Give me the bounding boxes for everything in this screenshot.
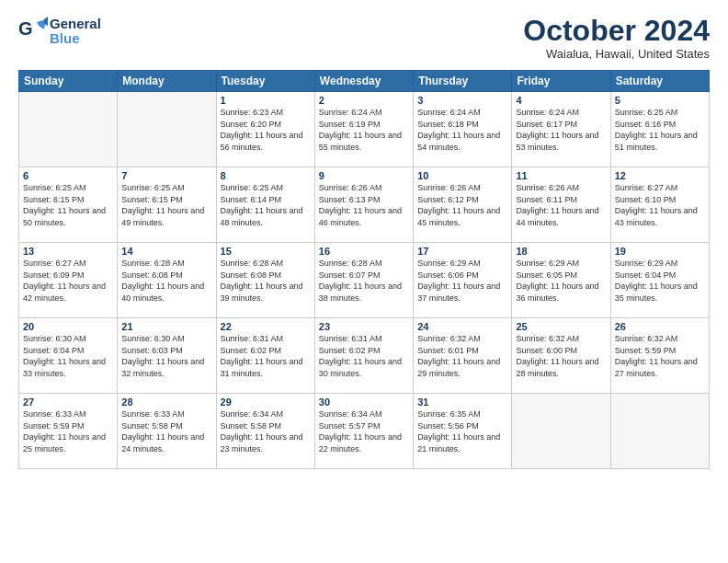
sunrise-label: Sunrise: 6:25 AM (615, 108, 678, 117)
calendar-cell (118, 92, 216, 167)
day-info: Sunrise: 6:29 AMSunset: 6:04 PMDaylight:… (615, 258, 705, 304)
day-info: Sunrise: 6:33 AMSunset: 5:58 PMDaylight:… (121, 408, 211, 454)
sunrise-label: Sunrise: 6:30 AM (121, 334, 185, 343)
calendar-table: Sunday Monday Tuesday Wednesday Thursday… (18, 70, 710, 469)
day-number: 21 (121, 321, 211, 332)
sunrise-label: Sunrise: 6:26 AM (319, 183, 382, 192)
calendar-cell: 25Sunrise: 6:32 AMSunset: 6:00 PMDayligh… (512, 318, 610, 394)
day-info: Sunrise: 6:30 AMSunset: 6:03 PMDaylight:… (121, 333, 211, 379)
day-number: 11 (516, 170, 606, 181)
daylight-label: Daylight: 11 hours and 28 minutes. (516, 357, 598, 378)
daylight-label: Daylight: 11 hours and 37 minutes. (417, 282, 500, 303)
sunrise-label: Sunrise: 6:26 AM (516, 183, 579, 192)
daylight-label: Daylight: 11 hours and 42 minutes. (23, 282, 106, 303)
calendar-week-2: 6Sunrise: 6:25 AMSunset: 6:15 PMDaylight… (19, 167, 710, 243)
day-info: Sunrise: 6:28 AMSunset: 6:08 PMDaylight:… (121, 258, 211, 304)
sunset-label: Sunset: 5:58 PM (221, 421, 282, 431)
daylight-label: Daylight: 11 hours and 31 minutes. (221, 357, 303, 378)
calendar-cell: 7Sunrise: 6:25 AMSunset: 6:15 PMDaylight… (118, 167, 216, 243)
calendar-header-row: Sunday Monday Tuesday Wednesday Thursday… (19, 71, 710, 92)
daylight-label: Daylight: 11 hours and 22 minutes. (319, 432, 402, 454)
day-info: Sunrise: 6:31 AMSunset: 6:02 PMDaylight:… (319, 333, 409, 379)
col-tuesday: Tuesday (216, 71, 314, 92)
col-wednesday: Wednesday (314, 71, 413, 92)
logo-icon: G (18, 15, 48, 48)
calendar-cell: 5Sunrise: 6:25 AMSunset: 6:16 PMDaylight… (610, 92, 709, 167)
day-info: Sunrise: 6:26 AMSunset: 6:11 PMDaylight:… (516, 182, 606, 228)
sunset-label: Sunset: 6:03 PM (121, 346, 183, 355)
sunrise-label: Sunrise: 6:35 AM (417, 409, 481, 419)
day-number: 2 (319, 95, 409, 106)
logo-line2: Blue (50, 31, 101, 47)
day-info: Sunrise: 6:32 AMSunset: 5:59 PMDaylight:… (615, 333, 705, 379)
daylight-label: Daylight: 11 hours and 27 minutes. (615, 357, 698, 378)
daylight-label: Daylight: 11 hours and 55 minutes. (319, 131, 402, 152)
col-sunday: Sunday (19, 71, 118, 92)
sunrise-label: Sunrise: 6:31 AM (319, 334, 382, 343)
day-number: 31 (417, 396, 507, 408)
day-number: 20 (23, 321, 113, 332)
calendar-cell: 29Sunrise: 6:34 AMSunset: 5:58 PMDayligh… (216, 394, 314, 469)
daylight-label: Daylight: 11 hours and 35 minutes. (615, 282, 698, 303)
calendar-week-5: 27Sunrise: 6:33 AMSunset: 5:59 PMDayligh… (19, 394, 710, 469)
month-title: October 2024 (523, 15, 710, 47)
day-number: 26 (615, 321, 705, 332)
day-number: 7 (121, 170, 211, 181)
calendar-cell: 8Sunrise: 6:25 AMSunset: 6:14 PMDaylight… (216, 167, 314, 243)
day-info: Sunrise: 6:25 AMSunset: 6:15 PMDaylight:… (23, 182, 113, 228)
daylight-label: Daylight: 11 hours and 38 minutes. (319, 282, 402, 303)
day-number: 8 (221, 170, 311, 181)
day-info: Sunrise: 6:24 AMSunset: 6:17 PMDaylight:… (516, 107, 606, 153)
title-block: October 2024 Waialua, Hawaii, United Sta… (523, 15, 710, 61)
daylight-label: Daylight: 11 hours and 30 minutes. (319, 357, 402, 378)
sunset-label: Sunset: 5:58 PM (121, 421, 183, 431)
col-thursday: Thursday (414, 71, 512, 92)
sunrise-label: Sunrise: 6:32 AM (417, 334, 481, 343)
sunset-label: Sunset: 6:07 PM (319, 270, 381, 280)
daylight-label: Daylight: 11 hours and 45 minutes. (417, 206, 500, 227)
day-info: Sunrise: 6:27 AMSunset: 6:09 PMDaylight:… (23, 258, 113, 304)
day-number: 18 (516, 246, 606, 257)
calendar-cell: 31Sunrise: 6:35 AMSunset: 5:56 PMDayligh… (414, 394, 512, 469)
calendar-cell: 1Sunrise: 6:23 AMSunset: 6:20 PMDaylight… (216, 92, 314, 167)
calendar-cell: 17Sunrise: 6:29 AMSunset: 6:06 PMDayligh… (414, 243, 512, 318)
sunset-label: Sunset: 6:20 PM (221, 120, 282, 129)
daylight-label: Daylight: 11 hours and 36 minutes. (516, 282, 598, 303)
sunset-label: Sunset: 6:11 PM (516, 195, 577, 204)
day-info: Sunrise: 6:32 AMSunset: 6:01 PMDaylight:… (417, 333, 507, 379)
sunrise-label: Sunrise: 6:34 AM (319, 409, 382, 419)
calendar-cell (512, 394, 610, 469)
sunset-label: Sunset: 6:08 PM (121, 270, 183, 280)
calendar-cell: 13Sunrise: 6:27 AMSunset: 6:09 PMDayligh… (19, 243, 118, 318)
calendar-cell: 30Sunrise: 6:34 AMSunset: 5:57 PMDayligh… (314, 394, 413, 469)
day-info: Sunrise: 6:23 AMSunset: 6:20 PMDaylight:… (221, 107, 311, 153)
day-info: Sunrise: 6:29 AMSunset: 6:05 PMDaylight:… (516, 258, 606, 304)
day-info: Sunrise: 6:34 AMSunset: 5:57 PMDaylight:… (319, 408, 409, 454)
day-info: Sunrise: 6:27 AMSunset: 6:10 PMDaylight:… (615, 182, 705, 228)
day-info: Sunrise: 6:31 AMSunset: 6:02 PMDaylight:… (221, 333, 311, 379)
sunset-label: Sunset: 6:00 PM (516, 346, 577, 355)
day-info: Sunrise: 6:26 AMSunset: 6:13 PMDaylight:… (319, 182, 409, 228)
daylight-label: Daylight: 11 hours and 51 minutes. (615, 131, 698, 152)
calendar-cell: 20Sunrise: 6:30 AMSunset: 6:04 PMDayligh… (19, 318, 118, 394)
sunrise-label: Sunrise: 6:33 AM (121, 409, 185, 419)
sunset-label: Sunset: 5:57 PM (319, 421, 381, 431)
day-number: 27 (23, 396, 113, 408)
calendar-week-1: 1Sunrise: 6:23 AMSunset: 6:20 PMDaylight… (19, 92, 710, 167)
calendar-cell: 28Sunrise: 6:33 AMSunset: 5:58 PMDayligh… (118, 394, 216, 469)
day-info: Sunrise: 6:24 AMSunset: 6:19 PMDaylight:… (319, 107, 409, 153)
sunrise-label: Sunrise: 6:29 AM (516, 259, 579, 268)
sunset-label: Sunset: 6:17 PM (516, 120, 577, 129)
sunrise-label: Sunrise: 6:32 AM (615, 334, 678, 343)
day-info: Sunrise: 6:24 AMSunset: 6:18 PMDaylight:… (417, 107, 507, 153)
sunrise-label: Sunrise: 6:29 AM (615, 259, 678, 268)
daylight-label: Daylight: 11 hours and 44 minutes. (516, 206, 598, 227)
calendar-cell (19, 92, 118, 167)
calendar-cell: 11Sunrise: 6:26 AMSunset: 6:11 PMDayligh… (512, 167, 610, 243)
day-number: 23 (319, 321, 409, 332)
calendar-cell: 27Sunrise: 6:33 AMSunset: 5:59 PMDayligh… (19, 394, 118, 469)
day-number: 15 (221, 246, 311, 257)
day-info: Sunrise: 6:34 AMSunset: 5:58 PMDaylight:… (221, 408, 311, 454)
day-info: Sunrise: 6:35 AMSunset: 5:56 PMDaylight:… (417, 408, 507, 454)
calendar-cell: 24Sunrise: 6:32 AMSunset: 6:01 PMDayligh… (414, 318, 512, 394)
